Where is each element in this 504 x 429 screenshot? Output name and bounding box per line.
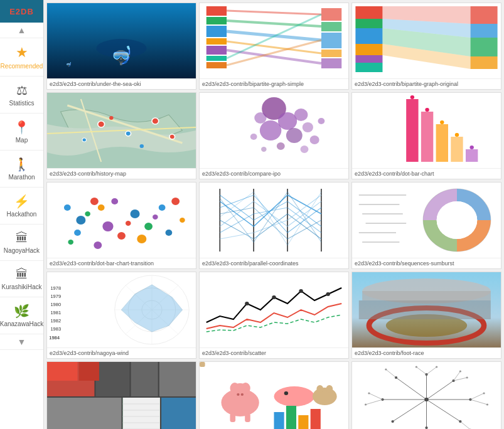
svg-point-80 xyxy=(74,230,81,236)
card-parallel[interactable]: e2d3/e2d3-contrib/parallel-coordinates xyxy=(199,182,349,269)
card-thumb xyxy=(47,183,196,258)
svg-point-78 xyxy=(76,216,85,225)
svg-point-165 xyxy=(284,391,288,395)
sidebar-item-statistics[interactable]: ⚖ Statistics xyxy=(0,77,43,114)
svg-rect-26 xyxy=(355,19,382,28)
card-dot-transition[interactable]: e2d3/e2d3-contrib/dot-bar-chart-transiti… xyxy=(46,182,196,269)
card-bipartite-original[interactable]: e2d3/e2d3-contrib/bipartite-graph-origin… xyxy=(351,3,501,90)
card-nagoya-wind[interactable]: 1978 1979 1980 1981 1982 1983 1984 xyxy=(46,272,196,359)
lightning-icon: ⚡ xyxy=(14,194,29,209)
sidebar-item-label: KanazawaHack xyxy=(0,320,43,327)
sidebar-item-label: Marathon xyxy=(8,174,35,181)
svg-point-130 xyxy=(299,289,303,293)
svg-rect-173 xyxy=(311,409,321,429)
svg-rect-140 xyxy=(96,362,130,396)
sidebar-item-kanazawahack[interactable]: 🌿 KanazawaHack xyxy=(0,297,43,334)
svg-point-169 xyxy=(326,385,333,393)
svg-point-189 xyxy=(391,420,394,423)
svg-point-188 xyxy=(425,426,427,429)
svg-point-45 xyxy=(126,131,131,136)
svg-point-94 xyxy=(166,230,173,236)
svg-point-190 xyxy=(381,398,383,401)
sidebar-scroll-up[interactable]: ▲ xyxy=(0,23,43,38)
svg-point-46 xyxy=(152,118,159,124)
card-history-map[interactable]: e2d3/e2d3-contrib/history-map xyxy=(46,92,196,179)
card-thumb xyxy=(352,183,501,258)
sidebar-item-map[interactable]: 📍 Map xyxy=(0,114,43,151)
svg-rect-13 xyxy=(321,22,341,31)
svg-point-104 xyxy=(437,201,478,239)
svg-rect-172 xyxy=(298,415,308,429)
svg-point-203 xyxy=(436,366,437,368)
svg-point-158 xyxy=(241,383,250,394)
sidebar-item-label: Hackathon xyxy=(7,211,37,218)
svg-point-50 xyxy=(109,116,113,120)
svg-rect-30 xyxy=(355,63,382,72)
card-scatter[interactable]: e2d3/e2d3-contrib/scatter xyxy=(199,272,349,359)
card-foot-race[interactable]: e2d3/e2d3-contrib/foot-race xyxy=(351,272,501,359)
svg-point-58 xyxy=(254,112,266,124)
svg-rect-170 xyxy=(274,412,284,429)
svg-point-131 xyxy=(326,292,330,296)
svg-rect-171 xyxy=(286,406,296,429)
card-dot-bar-chart[interactable]: e2d3/e2d3-contrib/dot-bar-chart xyxy=(351,92,501,179)
sidebar-item-kurashikihack[interactable]: 🏛 KurashikiHack xyxy=(0,261,43,297)
card-thumb xyxy=(200,183,348,258)
svg-text:1984: 1984 xyxy=(49,335,60,341)
svg-point-61 xyxy=(250,134,257,140)
svg-rect-162 xyxy=(245,413,250,422)
card-radial[interactable]: e2d3/e2d3-contrib/radial-reingold-tilfor… xyxy=(351,361,501,429)
card-thumb xyxy=(352,3,501,78)
svg-point-85 xyxy=(131,209,140,218)
svg-point-84 xyxy=(98,204,105,211)
svg-point-93 xyxy=(171,198,180,205)
svg-point-60 xyxy=(277,142,285,150)
card-label: e2d3/e2d3-contrib/scatter xyxy=(200,347,348,358)
svg-point-206 xyxy=(483,393,485,395)
svg-point-71 xyxy=(410,95,414,99)
sidebar-item-hackathon[interactable]: ⚡ Hackathon xyxy=(0,188,43,225)
svg-rect-68 xyxy=(436,124,448,162)
card-treemap[interactable]: e2d3/e2d3-contrib/pictured-treemap xyxy=(46,361,196,429)
svg-rect-137 xyxy=(359,300,491,319)
card-thumb xyxy=(200,362,348,429)
card-thumb xyxy=(352,272,501,347)
card-label: e2d3/e2d3-contrib/bipartite-graph-simple xyxy=(200,78,348,89)
svg-text:1981: 1981 xyxy=(50,310,61,315)
svg-point-210 xyxy=(365,404,367,406)
svg-rect-10 xyxy=(206,56,227,61)
svg-rect-134 xyxy=(362,291,491,300)
svg-point-166 xyxy=(313,388,337,405)
svg-rect-76 xyxy=(47,183,196,258)
svg-point-168 xyxy=(316,385,323,393)
card-thumb xyxy=(200,3,348,78)
svg-rect-145 xyxy=(161,398,196,429)
card-under-the-sea[interactable]: 🤿 🤿 e2d3/e2d3-contrib/under-the-sea-oki xyxy=(46,3,196,90)
svg-point-157 xyxy=(230,383,239,394)
card-sequences[interactable]: e2d3/e2d3-contrib/sequences-sumburst xyxy=(351,182,501,269)
map-pin-icon: 📍 xyxy=(14,120,29,135)
svg-point-64 xyxy=(301,146,309,153)
svg-rect-70 xyxy=(466,149,478,162)
sidebar-item-label: NagoyaHack xyxy=(4,247,40,254)
svg-rect-25 xyxy=(355,6,382,19)
card-compare-ipo[interactable]: e2d3/e2d3-contrib/compare-ipo xyxy=(199,92,349,179)
leaf-icon: 🌿 xyxy=(14,304,29,319)
card-thumb xyxy=(200,272,348,347)
svg-point-81 xyxy=(102,221,113,231)
card-food[interactable]: e2d3/e2d3-contrib/food-analyzer xyxy=(199,361,349,429)
svg-rect-6 xyxy=(206,17,227,24)
sidebar-item-marathon[interactable]: 🚶 Marathon xyxy=(0,151,43,188)
svg-point-79 xyxy=(90,198,99,205)
sidebar-item-nagoyahack[interactable]: 🏛 NagoyaHack xyxy=(0,225,43,261)
bank-icon: 🏛 xyxy=(16,267,28,282)
svg-point-83 xyxy=(117,232,126,240)
svg-rect-33 xyxy=(471,38,498,56)
svg-point-54 xyxy=(260,120,281,140)
sidebar: E2DB ▲ ★ Recommended ⚖ Statistics 📍 Map … xyxy=(0,0,44,429)
card-bipartite-simple[interactable]: e2d3/e2d3-contrib/bipartite-graph-simple xyxy=(199,3,349,90)
card-label: e2d3/e2d3-contrib/foot-race xyxy=(352,347,501,358)
sidebar-scroll-down[interactable]: ▼ xyxy=(0,334,43,350)
sidebar-item-recommended[interactable]: ★ Recommended xyxy=(0,38,43,77)
svg-point-205 xyxy=(466,377,468,379)
